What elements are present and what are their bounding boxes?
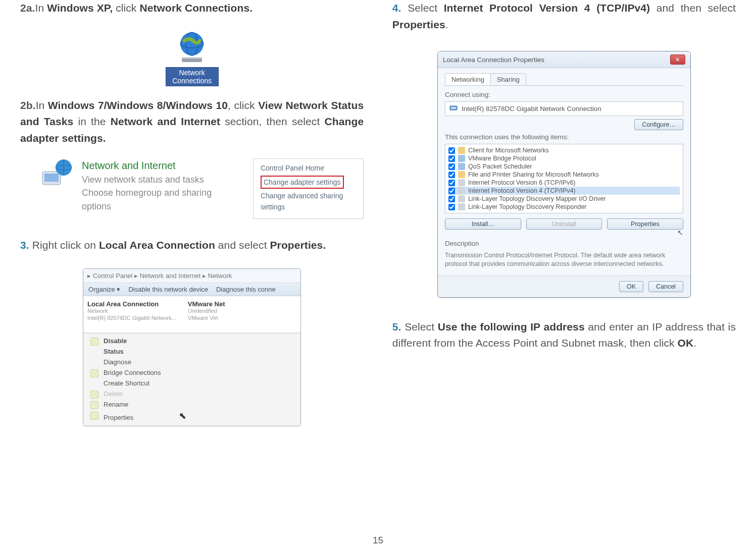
- list-item[interactable]: QoS Packet Scheduler: [448, 162, 680, 171]
- component-icon: [458, 171, 465, 178]
- checkbox[interactable]: [448, 196, 455, 202]
- globe-network-icon: [172, 30, 212, 66]
- step-2b-mid1: , click: [228, 99, 258, 111]
- component-icon: [458, 179, 465, 186]
- dialog-titlebar: Local Area Connection Properties ✕: [438, 51, 690, 68]
- tab-bar: Networking Sharing: [445, 73, 683, 86]
- step-2b-mid3: section, then select: [220, 116, 325, 127]
- nai-heading: Network and Internet: [82, 158, 235, 173]
- list-item[interactable]: Link-Layer Topology Discovery Responder: [448, 203, 680, 211]
- configure-button[interactable]: Configure…: [634, 119, 683, 130]
- connect-using-label: Connect using:: [445, 91, 683, 98]
- vmware-sub1: Unidentified: [188, 308, 288, 315]
- component-icon: [458, 187, 465, 194]
- list-item-label: VMware Bridge Protocol: [468, 155, 536, 162]
- menu-disable[interactable]: Disable: [83, 336, 300, 346]
- nai-line1: View network status and tasks: [82, 173, 235, 186]
- toolbar-organize[interactable]: Organize ▾: [88, 286, 120, 293]
- step-5: 5. Select Use the following IP address a…: [392, 319, 736, 352]
- lac-sub2: Intel(R) 82578DC Gigabit Network...: [87, 315, 188, 322]
- checkbox[interactable]: [448, 172, 455, 178]
- toolbar-diagnose[interactable]: Diagnose this conne: [216, 286, 276, 293]
- step-2b-link2: Network and Internet: [111, 116, 220, 127]
- menu-status[interactable]: Status: [83, 346, 300, 357]
- items-listbox[interactable]: Client for Microsoft Networks VMware Bri…: [445, 144, 683, 213]
- shield-icon: [90, 338, 98, 346]
- step-3-b1: Local Area Connection: [99, 239, 215, 251]
- component-icon: [458, 163, 465, 170]
- install-button[interactable]: Install…: [445, 218, 521, 230]
- step-3-num: 3.: [20, 239, 29, 251]
- page-number: 15: [373, 535, 383, 546]
- step-2b: 2b.In Windows 7/Windows 8/Windows 10, cl…: [20, 97, 364, 147]
- step-2a-num: 2a.: [20, 2, 35, 14]
- list-item[interactable]: Link-Layer Topology Discovery Mapper I/O…: [448, 195, 680, 203]
- list-item-selected[interactable]: Internet Protocol Version 4 (TCP/IPv4): [448, 187, 680, 195]
- menu-diagnose[interactable]: Diagnose: [83, 357, 300, 367]
- list-item[interactable]: VMware Bridge Protocol: [448, 154, 680, 162]
- cursor-icon: ⬉: [179, 411, 186, 421]
- checkbox[interactable]: [448, 147, 455, 154]
- menu-rename[interactable]: Rename: [83, 399, 300, 410]
- shield-icon: [90, 369, 98, 377]
- nc-label-line1: Network: [179, 69, 205, 77]
- dialog-footer: OK Cancel: [438, 275, 690, 297]
- lac-title: Local Area Connection: [87, 300, 188, 308]
- cp-home: Control Panel Home: [261, 162, 356, 174]
- list-item[interactable]: File and Printer Sharing for Microsoft N…: [448, 171, 680, 179]
- network-connections-label: Network Connections: [166, 67, 219, 86]
- menu-shortcut[interactable]: Create Shortcut: [83, 378, 300, 389]
- component-icon: [458, 155, 465, 162]
- cp-adv1: Change advanced sharing: [261, 190, 356, 202]
- step-5-end: .: [693, 337, 696, 349]
- list-item-label: QoS Packet Scheduler: [468, 163, 532, 170]
- toolbar-disable[interactable]: Disable this network device: [128, 286, 208, 293]
- step-5-b2: OK: [678, 337, 694, 349]
- connection-properties-dialog: Local Area Connection Properties ✕ Netwo…: [437, 51, 691, 298]
- checkbox[interactable]: [448, 180, 455, 186]
- explorer-address-bar[interactable]: ▸ Control Panel ▸ Network and Internet ▸…: [83, 269, 300, 283]
- local-area-connection-item[interactable]: Local Area Connection Network Intel(R) 8…: [87, 300, 188, 328]
- step-2b-num: 2b.: [20, 99, 36, 111]
- vmware-connection-item[interactable]: VMware Net Unidentified VMware Virt: [188, 300, 288, 328]
- checkbox[interactable]: [448, 204, 455, 210]
- svg-rect-10: [451, 107, 456, 109]
- properties-button[interactable]: Properties: [607, 218, 683, 230]
- tab-sharing[interactable]: Sharing: [490, 73, 526, 85]
- svg-rect-4: [182, 57, 202, 59]
- component-icon: [458, 195, 465, 202]
- step-2a-pre: In: [35, 2, 47, 14]
- cp-adv2: settings: [261, 202, 356, 213]
- step-2a-os: Windows XP,: [47, 2, 116, 14]
- uses-items-label: This connection uses the following items…: [445, 133, 683, 141]
- change-adapter-settings-link[interactable]: Change adapter settings: [261, 176, 344, 189]
- close-button[interactable]: ✕: [670, 54, 685, 65]
- menu-bridge[interactable]: Bridge Connections: [83, 367, 300, 378]
- uninstall-button: Uninstall: [526, 218, 602, 230]
- step-2b-os: Windows 7/Windows 8/Windows 10: [48, 99, 228, 111]
- step-3-pre: Right click on: [29, 239, 99, 251]
- checkbox[interactable]: [448, 155, 455, 162]
- network-connections-icon-block: Network Connections: [20, 30, 364, 86]
- context-menu: Disable Status Diagnose Bridge Connectio…: [83, 333, 300, 426]
- step-2a-target: Network Connections.: [139, 2, 253, 14]
- network-internet-text: Network and Internet View network status…: [82, 158, 235, 212]
- step-3: 3. Right click on Local Area Connection …: [20, 237, 364, 254]
- control-panel-side-panel: Control Panel Home Change adapter settin…: [253, 158, 364, 218]
- step-5-b1: Use the following IP address: [438, 321, 585, 333]
- checkbox[interactable]: [448, 163, 455, 170]
- dialog-title-text: Local Area Connection Properties: [443, 56, 544, 64]
- cancel-button[interactable]: Cancel: [648, 281, 683, 292]
- step-5-num: 5.: [392, 321, 401, 333]
- list-item[interactable]: Internet Protocol Version 6 (TCP/IPv6): [448, 179, 680, 187]
- explorer-toolbar: Organize ▾ Disable this network device D…: [83, 283, 300, 296]
- step-3-b2: Properties.: [270, 239, 326, 251]
- network-and-internet-block: Network and Internet View network status…: [40, 158, 364, 218]
- tab-networking[interactable]: Networking: [445, 73, 491, 85]
- lac-sub1: Network: [87, 308, 188, 315]
- list-item[interactable]: Client for Microsoft Networks: [448, 146, 680, 154]
- ok-button[interactable]: OK: [619, 281, 643, 292]
- component-icon: [458, 147, 465, 154]
- checkbox[interactable]: [448, 188, 455, 194]
- menu-properties[interactable]: Properties⬉: [83, 410, 300, 424]
